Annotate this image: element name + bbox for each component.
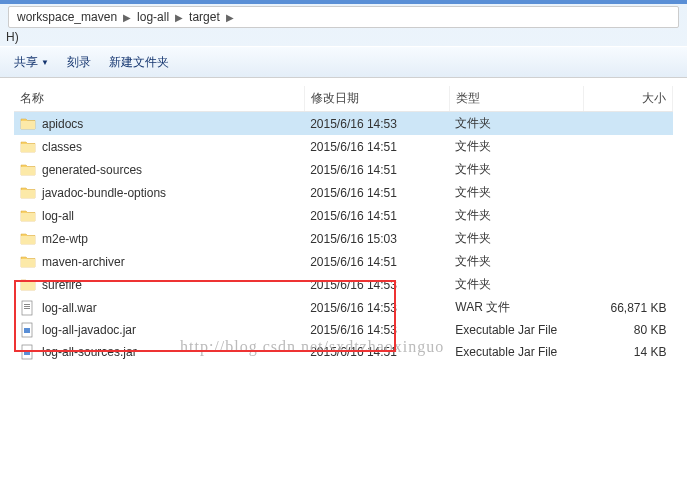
file-size: 14 KB: [583, 341, 672, 363]
file-type: 文件夹: [449, 135, 583, 158]
file-date: 2015/6/16 14:53: [304, 319, 449, 341]
table-row[interactable]: log-all-javadoc.jar2015/6/16 14:53Execut…: [14, 319, 673, 341]
breadcrumb-item[interactable]: target: [185, 10, 224, 24]
file-size: [583, 158, 672, 181]
table-row[interactable]: log-all.war2015/6/16 14:53WAR 文件66,871 K…: [14, 296, 673, 319]
chevron-right-icon: ▶: [173, 12, 185, 23]
file-name: surefire: [42, 278, 82, 292]
folder-icon: [20, 162, 36, 178]
file-size: [583, 250, 672, 273]
file-name: generated-sources: [42, 163, 142, 177]
burn-button[interactable]: 刻录: [61, 50, 97, 75]
table-row[interactable]: log-all2015/6/16 14:51文件夹: [14, 204, 673, 227]
column-name[interactable]: 名称: [14, 86, 304, 112]
table-row[interactable]: log-all-sources.jar2015/6/16 14:51Execut…: [14, 341, 673, 363]
file-type: 文件夹: [449, 204, 583, 227]
file-type: 文件夹: [449, 273, 583, 296]
file-type: 文件夹: [449, 158, 583, 181]
file-date: 2015/6/16 14:51: [304, 135, 449, 158]
svg-rect-4: [24, 350, 30, 355]
file-name: classes: [42, 140, 82, 154]
file-name: maven-archiver: [42, 255, 125, 269]
file-name: log-all-javadoc.jar: [42, 323, 136, 337]
new-folder-button[interactable]: 新建文件夹: [103, 50, 175, 75]
breadcrumb[interactable]: workspace_maven ▶ log-all ▶ target ▶: [8, 6, 679, 28]
breadcrumb-item[interactable]: workspace_maven: [13, 10, 121, 24]
file-table: 名称 修改日期 类型 大小 apidocs2015/6/16 14:53文件夹c…: [14, 86, 673, 363]
jar-icon: [20, 344, 36, 360]
menubar-fragment: H): [0, 28, 687, 46]
chevron-right-icon: ▶: [224, 12, 236, 23]
file-list-pane: 名称 修改日期 类型 大小 apidocs2015/6/16 14:53文件夹c…: [0, 78, 687, 503]
file-size: [583, 135, 672, 158]
file-type: 文件夹: [449, 181, 583, 204]
file-size: [583, 181, 672, 204]
file-name: apidocs: [42, 117, 83, 131]
chevron-down-icon: ▼: [41, 58, 49, 67]
file-type: 文件夹: [449, 250, 583, 273]
file-icon: [20, 300, 36, 316]
table-row[interactable]: classes2015/6/16 14:51文件夹: [14, 135, 673, 158]
table-row[interactable]: javadoc-bundle-options2015/6/16 14:51文件夹: [14, 181, 673, 204]
table-row[interactable]: apidocs2015/6/16 14:53文件夹: [14, 112, 673, 136]
folder-icon: [20, 231, 36, 247]
folder-icon: [20, 116, 36, 132]
file-date: 2015/6/16 14:53: [304, 296, 449, 319]
column-date[interactable]: 修改日期: [304, 86, 449, 112]
table-row[interactable]: surefire2015/6/16 14:53文件夹: [14, 273, 673, 296]
file-type: 文件夹: [449, 112, 583, 136]
folder-icon: [20, 185, 36, 201]
file-size: [583, 273, 672, 296]
share-button[interactable]: 共享 ▼: [8, 50, 55, 75]
jar-icon: [20, 322, 36, 338]
toolbar: 共享 ▼ 刻录 新建文件夹: [0, 46, 687, 78]
file-name: javadoc-bundle-options: [42, 186, 166, 200]
file-date: 2015/6/16 14:51: [304, 250, 449, 273]
file-date: 2015/6/16 14:53: [304, 273, 449, 296]
column-size[interactable]: 大小: [583, 86, 672, 112]
file-size: 80 KB: [583, 319, 672, 341]
file-date: 2015/6/16 14:53: [304, 112, 449, 136]
file-type: 文件夹: [449, 227, 583, 250]
file-date: 2015/6/16 14:51: [304, 204, 449, 227]
file-size: [583, 227, 672, 250]
folder-icon: [20, 208, 36, 224]
file-name: m2e-wtp: [42, 232, 88, 246]
file-size: 66,871 KB: [583, 296, 672, 319]
column-type[interactable]: 类型: [449, 86, 583, 112]
file-name: log-all.war: [42, 301, 97, 315]
file-type: WAR 文件: [449, 296, 583, 319]
file-date: 2015/6/16 14:51: [304, 181, 449, 204]
table-row[interactable]: maven-archiver2015/6/16 14:51文件夹: [14, 250, 673, 273]
file-date: 2015/6/16 14:51: [304, 158, 449, 181]
folder-icon: [20, 139, 36, 155]
file-date: 2015/6/16 15:03: [304, 227, 449, 250]
svg-rect-2: [24, 328, 30, 333]
file-size: [583, 112, 672, 136]
file-name: log-all: [42, 209, 74, 223]
table-row[interactable]: m2e-wtp2015/6/16 15:03文件夹: [14, 227, 673, 250]
file-type: Executable Jar File: [449, 341, 583, 363]
file-name: log-all-sources.jar: [42, 345, 137, 359]
folder-icon: [20, 254, 36, 270]
share-label: 共享: [14, 54, 38, 71]
breadcrumb-item[interactable]: log-all: [133, 10, 173, 24]
file-date: 2015/6/16 14:51: [304, 341, 449, 363]
file-type: Executable Jar File: [449, 319, 583, 341]
table-row[interactable]: generated-sources2015/6/16 14:51文件夹: [14, 158, 673, 181]
chevron-right-icon: ▶: [121, 12, 133, 23]
folder-icon: [20, 277, 36, 293]
file-size: [583, 204, 672, 227]
